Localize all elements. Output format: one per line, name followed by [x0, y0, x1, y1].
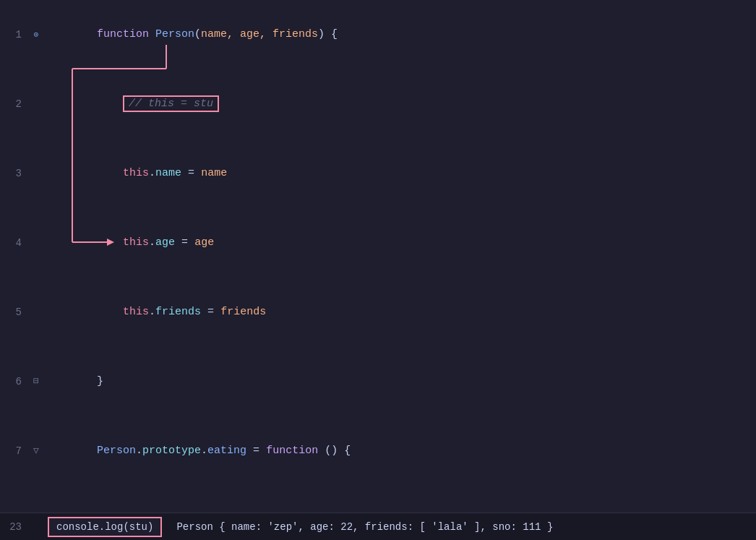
code-line-1: 1 ⊙ function Person(name, age, friends) …	[0, 0, 756, 69]
code-line-5: 5 this.friends = friends	[0, 278, 756, 347]
output-bar: 23 console.log(stu) Person { name: 'zep'…	[0, 513, 756, 540]
console-log-call: console.log(stu)	[48, 517, 162, 537]
output-result: Person { name: 'zep', age: 22, friends: …	[168, 518, 756, 536]
code-line-8: 8 console.log(this.name + ' eating')	[0, 486, 756, 513]
code-line-4: 4 this.age = age	[0, 208, 756, 278]
code-line-6: 6 ⊟ }	[0, 347, 756, 416]
code-line-2: 2 // this = stu	[0, 69, 756, 139]
code-line-3: 3 this.name = name	[0, 139, 756, 208]
code-area: 1 ⊙ function Person(name, age, friends) …	[0, 0, 756, 513]
code-line-7: 7 ▽ Person.prototype.eating = function (…	[0, 416, 756, 486]
code-editor: 1 ⊙ function Person(name, age, friends) …	[0, 0, 756, 540]
